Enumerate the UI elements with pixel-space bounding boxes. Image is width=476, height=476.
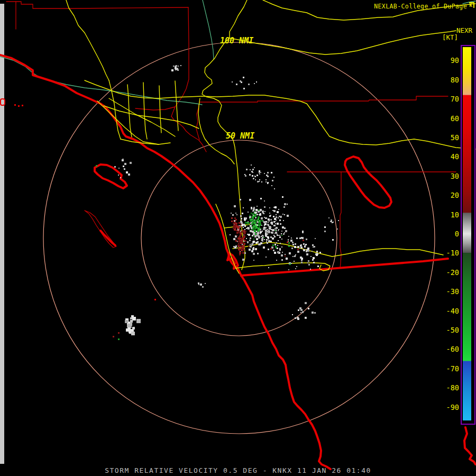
colorbar-tick-label: -40 — [438, 307, 459, 315]
colorbar-title: NEXR — [456, 26, 472, 34]
colorbar-tick-label: -20 — [438, 269, 459, 276]
colorbar-tick-label: -10 — [438, 249, 459, 257]
colorbar-tick-label: 20 — [438, 191, 459, 199]
colorbar-tick-label: 30 — [438, 172, 459, 180]
colorbar-tick-label: -70 — [438, 365, 459, 372]
colorbar-tick-label: -50 — [438, 326, 459, 334]
status-caption: STORM RELATIVE VELOCITY 0.5 DEG - KNKX 1… — [0, 466, 476, 474]
colorbar-tick-label: 80 — [438, 76, 459, 84]
colorbar-tick-label: -60 — [438, 345, 459, 353]
colorbar-tick-label: 0 — [438, 230, 459, 237]
colorbar-tick-label: 90 — [438, 57, 459, 64]
range-ring-label: 100 NMI — [220, 36, 253, 45]
colorbar-tick-label: -30 — [438, 288, 459, 295]
colorbar-tick-label: 10 — [438, 211, 459, 218]
brand-logo-icon: K — [469, 2, 474, 8]
radar-map: 100 NMI50 NMI — [0, 0, 476, 476]
colorbar — [461, 45, 475, 425]
colorbar-tick-label: 40 — [438, 153, 459, 160]
brand-text: NEXLAB-College of DuPage — [374, 3, 467, 10]
colorbar-tick-label: -90 — [438, 404, 459, 411]
colorbar-tick-label: 50 — [438, 134, 459, 141]
range-ring-label: 50 NMI — [226, 131, 254, 141]
colorbar-tick-label: 70 — [438, 95, 459, 103]
radar-display: 100 NMI50 NMI NEXLAB-College of DuPage K… — [0, 0, 476, 476]
colorbar-tick-label: -80 — [438, 384, 459, 391]
colorbar-units: [KT] — [442, 33, 458, 41]
colorbar-tick-label: 60 — [438, 115, 459, 122]
colorbar-gradient — [463, 47, 471, 420]
